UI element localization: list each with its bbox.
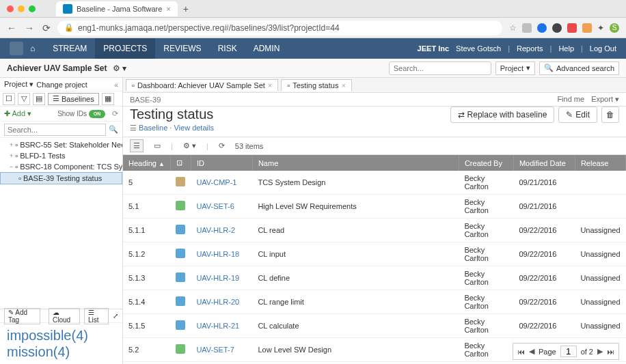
table-row[interactable]: 5.1.2UAV-HLR-18CL inputBecky Carlton09/2… (123, 242, 626, 266)
change-project-link[interactable]: Change project (36, 81, 87, 89)
add-button[interactable]: ✚ Add ▾ (4, 109, 31, 118)
help-link[interactable]: Help (558, 44, 574, 53)
ext-icon[interactable] (537, 23, 547, 33)
extensions-menu-icon[interactable]: ✦ (597, 23, 604, 33)
tag-mission[interactable]: mission(4) (7, 344, 115, 360)
ext-icon[interactable] (522, 23, 532, 33)
collapse-sidebar-icon[interactable]: « (114, 81, 118, 89)
gear-icon[interactable]: ⚙ ▾ (113, 64, 126, 73)
table-row[interactable]: 5.1UAV-SET-6High Level SW RequirementsBe… (123, 195, 626, 219)
show-ids-toggle[interactable]: Show IDs ON (57, 110, 105, 118)
browser-tab[interactable]: Baseline - Jama Software × (56, 1, 178, 16)
expand-tags-icon[interactable]: ⤢ (113, 312, 118, 320)
nav-reviews[interactable]: REVIEWS (155, 38, 209, 59)
next-page-button[interactable]: ▶ (597, 347, 603, 356)
table-row[interactable]: 5.1.1UAV-HLR-2CL readBecky Carlton09/22/… (123, 219, 626, 242)
list-view-icon[interactable]: ☰ (130, 139, 144, 152)
nav-risk[interactable]: RISK (210, 38, 245, 59)
table-row[interactable]: 5.1.3UAV-HLR-19CL defineBecky Carlton09/… (123, 266, 626, 290)
tree-node[interactable]: − ▫ BSRC-18 Component: TCS System Design (0, 161, 122, 172)
advanced-search-button[interactable]: 🔍Advanced search (539, 61, 619, 75)
maximize-window-icon[interactable] (29, 5, 36, 12)
expand-icon[interactable]: + (10, 152, 13, 159)
profile-avatar[interactable]: S (610, 23, 619, 33)
table-row[interactable]: 5.1.5UAV-HLR-21CL calculateBecky Carlton… (123, 314, 626, 338)
toggle-on-icon[interactable]: ON (89, 110, 105, 118)
id-cell[interactable]: UAV-HLR-21 (191, 314, 252, 338)
back-button[interactable]: ← (7, 23, 16, 33)
column-header[interactable]: Release (575, 155, 625, 171)
export-link[interactable]: Export ▾ (591, 95, 619, 104)
ext-icon[interactable] (552, 23, 562, 33)
tests-view-button[interactable]: ▦ (102, 93, 114, 105)
filter-view-button[interactable]: ▽ (18, 93, 30, 105)
tree-view-button[interactable]: ☐ (3, 93, 15, 105)
tree-search-input[interactable] (4, 124, 106, 136)
releases-view-button[interactable]: ▤ (33, 93, 45, 105)
delete-button[interactable]: 🗑 (601, 107, 619, 123)
search-icon[interactable]: 🔍 (109, 125, 118, 134)
config-icon[interactable]: ⚙ ▾ (180, 139, 200, 152)
view-details-link[interactable]: View details (174, 124, 214, 132)
tab-close-icon[interactable]: × (166, 5, 170, 13)
id-cell[interactable]: UAV-SET-7 (191, 338, 252, 362)
column-header[interactable]: Created By (459, 155, 513, 171)
content-tab[interactable]: ▫Testing status× (281, 79, 352, 92)
expand-icon[interactable]: + (10, 141, 13, 148)
doc-view-icon[interactable]: ▭ (150, 139, 164, 152)
nav-admin[interactable]: ADMIN (245, 38, 288, 59)
close-window-icon[interactable] (7, 5, 14, 12)
column-header[interactable]: ⊡ (170, 155, 191, 171)
id-cell[interactable]: UAV-HLR-19 (191, 266, 252, 290)
id-cell[interactable]: UAV-HLR-20 (191, 290, 252, 314)
column-header[interactable]: Heading▲ (123, 155, 170, 171)
id-cell[interactable]: UAV-CMP-1 (191, 171, 252, 195)
ext-icon[interactable] (567, 23, 577, 33)
reload-button[interactable]: ⟳ (42, 23, 51, 33)
user-name[interactable]: Steve Gotsch (456, 44, 501, 53)
ext-icon[interactable] (582, 23, 592, 33)
new-tab-button[interactable]: + (183, 3, 189, 14)
expand-icon[interactable]: − (10, 163, 13, 170)
logo-icon[interactable] (10, 42, 23, 55)
content-tab[interactable]: ▫Dashboard: Achiever UAV Sample Set× (126, 79, 278, 91)
home-icon[interactable]: ⌂ (30, 44, 35, 53)
global-search-input[interactable] (389, 61, 491, 75)
baseline-link[interactable]: Baseline (139, 124, 167, 132)
ext-icon[interactable]: ☆ (509, 23, 517, 33)
logout-link[interactable]: Log Out (590, 44, 616, 53)
first-page-button[interactable]: ⏮ (517, 348, 525, 356)
project-dropdown[interactable]: Project ▾ (4, 80, 33, 89)
tree-node[interactable]: + ▫ BSRC-55 Set: Stakeholder Needs and M… (0, 139, 122, 150)
forward-button[interactable]: → (25, 23, 34, 33)
last-page-button[interactable]: ⏭ (607, 348, 614, 356)
add-tag-button[interactable]: ✎ Add Tag (4, 308, 40, 324)
nav-stream[interactable]: STREAM (44, 38, 95, 59)
tag-impossible[interactable]: impossible(4) (7, 327, 115, 344)
tree-node[interactable]: ▫ BASE-39 Testing status (0, 172, 122, 184)
table-row[interactable]: 5UAV-CMP-1TCS System DesignBecky Carlton… (123, 171, 626, 195)
minimize-window-icon[interactable] (18, 5, 25, 12)
tags-cloud-view[interactable]: ☁ Cloud (49, 308, 80, 324)
column-header[interactable]: Modified Date (513, 155, 575, 171)
id-cell[interactable]: UAV-SET-6 (191, 195, 252, 219)
baselines-view-button[interactable]: ☰ Baselines (48, 93, 99, 105)
tree-node[interactable]: + ▫ BLFD-1 Tests (0, 150, 122, 161)
tags-list-view[interactable]: ☰ List (84, 308, 109, 324)
id-cell[interactable]: UAV-HLR-18 (191, 242, 252, 266)
id-cell[interactable]: UAV-LLR-2 (191, 362, 252, 365)
close-tab-icon[interactable]: × (341, 81, 345, 89)
page-input[interactable] (560, 346, 577, 357)
column-header[interactable]: ID (191, 155, 252, 171)
replace-with-baseline-button[interactable]: ⇄Replace with baseline (450, 107, 555, 123)
nav-projects[interactable]: PROJECTS (95, 38, 155, 59)
reports-link[interactable]: Reports (517, 44, 543, 53)
url-input[interactable]: 🔒 eng1-munks.jamaqa.net/perspective.req#… (57, 20, 502, 36)
find-me-link[interactable]: Find me (557, 95, 584, 104)
close-tab-icon[interactable]: × (268, 81, 272, 89)
table-row[interactable]: 5.1.4UAV-HLR-20CL range limitBecky Carlt… (123, 290, 626, 314)
refresh-list-icon[interactable]: ⟳ (215, 139, 228, 152)
prev-page-button[interactable]: ◀ (529, 347, 534, 356)
table-row[interactable]: 5.2.1UAV-LLR-2Read FunctionBecky Carlton… (123, 362, 626, 365)
column-header[interactable]: Name (252, 155, 459, 171)
